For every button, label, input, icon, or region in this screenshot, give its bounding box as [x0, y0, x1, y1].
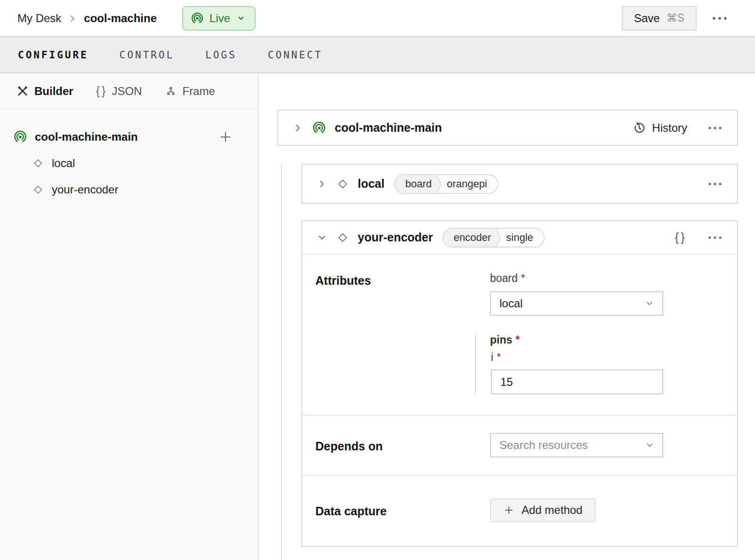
attributes-section: Attributes board* local pins*	[302, 255, 737, 415]
breadcrumb-machine-name: cool-machine	[84, 12, 157, 25]
add-resource-button[interactable]	[217, 128, 234, 146]
chevron-down-icon	[236, 13, 246, 24]
pins-field-label: pins*	[490, 334, 663, 346]
live-status-dropdown[interactable]: Live	[182, 6, 256, 31]
frame-tab-label: Frame	[183, 85, 215, 98]
history-label: History	[652, 121, 687, 135]
pins-field-group: pins* i*	[490, 334, 663, 395]
required-asterisk: *	[515, 334, 520, 346]
tree-machine-part-label: cool-machine-main	[35, 130, 138, 144]
local-board-card: local board orangepi	[301, 164, 738, 204]
header-actions: Save ⌘S	[622, 6, 731, 31]
board-select-value: local	[499, 297, 522, 310]
json-tab-label: JSON	[112, 85, 142, 98]
local-type-badge: board orangepi	[394, 174, 498, 194]
plus-icon	[503, 504, 514, 516]
tree-item-machine-part[interactable]: cool-machine-main	[0, 125, 258, 149]
encoder-more-menu[interactable]	[706, 234, 724, 241]
machine-config-page: My Desk cool-machine Live Save ⌘S	[0, 0, 755, 560]
tab-connect[interactable]: CONNECT	[268, 49, 323, 61]
expand-local-button[interactable]	[316, 178, 328, 190]
component-diamond-icon	[32, 157, 44, 169]
component-diamond-icon	[336, 231, 349, 244]
attributes-section-label: Attributes	[315, 274, 490, 288]
machine-part-more-menu[interactable]	[706, 124, 724, 132]
ellipsis-icon	[708, 182, 722, 186]
tree-local-label: local	[52, 157, 75, 170]
machine-nav-tabs: CONFIGURE CONTROL LOGS CONNECT	[0, 36, 755, 73]
local-card-title: local	[358, 177, 385, 191]
machine-part-actions: History	[633, 121, 724, 135]
breadcrumb-chevron-icon	[69, 13, 76, 24]
config-sidebar: Builder { } JSON Frame	[0, 73, 259, 560]
chevron-down-icon	[317, 233, 327, 242]
component-diamond-icon	[336, 177, 349, 191]
view-tab-frame[interactable]: Frame	[165, 85, 215, 98]
machine-part-card-header: cool-machine-main History	[278, 111, 737, 145]
encoder-card-actions: { }	[673, 228, 724, 247]
local-more-menu[interactable]	[706, 180, 724, 188]
save-shortcut: ⌘S	[667, 12, 684, 24]
component-diamond-icon	[32, 184, 44, 196]
json-braces-icon: { }	[96, 84, 106, 98]
builder-tools-icon	[16, 85, 29, 97]
ellipsis-icon	[712, 16, 728, 21]
badge-model-label: orangepi	[443, 175, 498, 193]
collapse-encoder-button[interactable]	[316, 232, 328, 243]
badge-type-label: board	[395, 175, 435, 193]
data-capture-section: Data capture Add method	[302, 475, 737, 544]
view-mode-tabs: Builder { } JSON Frame	[0, 73, 258, 110]
history-button[interactable]: History	[633, 121, 687, 135]
history-clock-icon	[633, 121, 646, 135]
breadcrumb: My Desk cool-machine	[17, 12, 157, 25]
resource-connector-line	[281, 164, 282, 560]
encoder-json-view-button[interactable]: { }	[673, 228, 687, 247]
local-card-actions	[706, 180, 724, 188]
machine-part-card: cool-machine-main History	[277, 110, 738, 146]
save-button[interactable]: Save ⌘S	[622, 6, 697, 31]
chevron-down-icon	[644, 298, 655, 309]
depends-on-section-label: Depends on	[315, 440, 490, 453]
live-broadcast-icon	[13, 130, 27, 144]
encoder-card: your-encoder encoder single { }	[301, 220, 738, 547]
depends-on-placeholder: Search resources	[499, 439, 588, 452]
depends-on-section: Depends on Search resources	[302, 415, 737, 475]
data-capture-section-label: Data capture	[315, 504, 490, 518]
badge-divider-chevron	[495, 229, 502, 247]
expand-machine-part-button[interactable]	[292, 122, 304, 134]
live-broadcast-icon	[312, 121, 326, 135]
board-select[interactable]: local	[490, 291, 663, 316]
encoder-card-header: your-encoder encoder single { }	[302, 221, 737, 255]
resource-tree: cool-machine-main local your-encoder	[0, 110, 258, 202]
tab-configure[interactable]: CONFIGURE	[18, 49, 88, 61]
required-asterisk: *	[497, 351, 501, 363]
tab-logs[interactable]: LOGS	[205, 49, 237, 61]
encoder-card-title: your-encoder	[358, 231, 433, 244]
badge-type-label: encoder	[443, 229, 495, 247]
breadcrumb-my-desk[interactable]: My Desk	[17, 12, 61, 25]
view-tab-json[interactable]: { } JSON	[96, 84, 142, 98]
add-method-button[interactable]: Add method	[490, 498, 595, 522]
config-main-area: cool-machine-main History	[260, 73, 755, 560]
frame-axes-icon	[165, 85, 177, 97]
header-more-menu-button[interactable]	[709, 13, 731, 24]
tree-encoder-label: your-encoder	[52, 183, 118, 196]
tree-item-your-encoder[interactable]: your-encoder	[0, 177, 258, 202]
pin-i-input[interactable]	[491, 369, 663, 394]
tab-control[interactable]: CONTROL	[120, 49, 175, 61]
app-header: My Desk cool-machine Live Save ⌘S	[0, 0, 755, 36]
ellipsis-icon	[708, 126, 722, 130]
builder-tab-label: Builder	[34, 85, 73, 98]
badge-model-label: single	[502, 229, 543, 247]
live-label: Live	[209, 12, 230, 25]
board-field-label: board*	[490, 272, 663, 285]
encoder-type-badge: encoder single	[442, 228, 545, 248]
local-card-header: local board orangepi	[302, 165, 737, 203]
machine-part-title: cool-machine-main	[335, 121, 442, 135]
badge-divider-chevron	[435, 175, 443, 193]
view-tab-builder[interactable]: Builder	[16, 85, 73, 98]
add-method-label: Add method	[522, 504, 582, 517]
live-broadcast-icon	[191, 12, 204, 25]
depends-on-select[interactable]: Search resources	[490, 433, 663, 457]
tree-item-local[interactable]: local	[0, 151, 258, 176]
